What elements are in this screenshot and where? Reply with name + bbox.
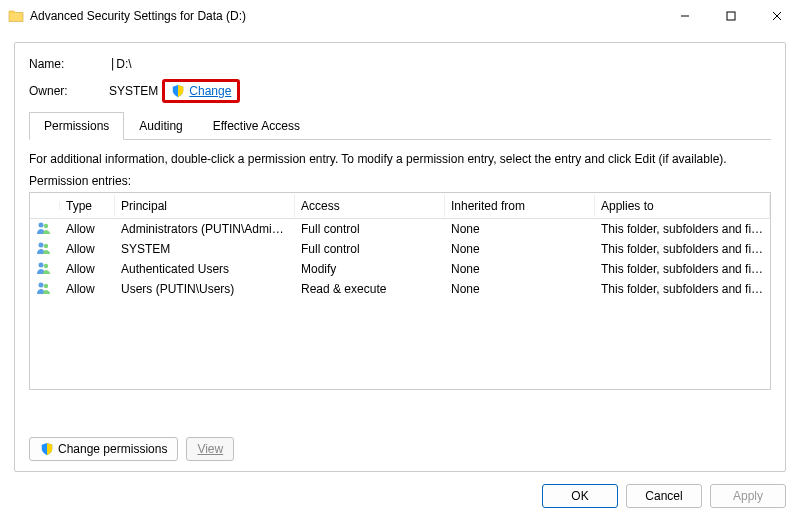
- svg-point-9: [44, 263, 48, 267]
- change-permissions-label: Change permissions: [58, 442, 167, 456]
- permissions-grid: Type Principal Access Inherited from App…: [29, 192, 771, 390]
- tab-strip: Permissions Auditing Effective Access: [29, 111, 771, 140]
- table-row[interactable]: AllowAuthenticated UsersModifyNoneThis f…: [30, 259, 770, 279]
- users-icon: [30, 219, 60, 240]
- cell-access: Full control: [295, 220, 445, 238]
- users-icon: [30, 239, 60, 260]
- close-button[interactable]: [754, 0, 800, 32]
- ok-button[interactable]: OK: [542, 484, 618, 508]
- cell-applies: This folder, subfolders and files: [595, 280, 770, 298]
- users-icon: [30, 279, 60, 300]
- window-title: Advanced Security Settings for Data (D:): [30, 9, 662, 23]
- cell-access: Modify: [295, 260, 445, 278]
- grid-header: Type Principal Access Inherited from App…: [30, 193, 770, 219]
- cell-principal: Authenticated Users: [115, 260, 295, 278]
- svg-point-8: [39, 262, 44, 267]
- name-label: Name:: [29, 57, 109, 71]
- svg-point-6: [39, 242, 44, 247]
- cell-inherited: None: [445, 240, 595, 258]
- cell-applies: This folder, subfolders and files: [595, 220, 770, 238]
- svg-point-11: [44, 283, 48, 287]
- folder-icon: [8, 8, 24, 24]
- tab-permissions[interactable]: Permissions: [29, 112, 124, 140]
- owner-value: SYSTEM: [109, 84, 158, 98]
- cell-applies: This folder, subfolders and files: [595, 260, 770, 278]
- svg-point-7: [44, 243, 48, 247]
- name-value: |D:\: [109, 57, 132, 71]
- cell-type: Allow: [60, 220, 115, 238]
- cell-inherited: None: [445, 280, 595, 298]
- apply-button: Apply: [710, 484, 786, 508]
- change-permissions-button[interactable]: Change permissions: [29, 437, 178, 461]
- table-row[interactable]: AllowUsers (PUTIN\Users)Read & executeNo…: [30, 279, 770, 299]
- cell-applies: This folder, subfolders and files: [595, 240, 770, 258]
- change-owner-link[interactable]: Change: [189, 84, 231, 98]
- minimize-button[interactable]: [662, 0, 708, 32]
- shield-icon: [40, 442, 54, 456]
- col-access[interactable]: Access: [295, 195, 445, 217]
- cell-type: Allow: [60, 280, 115, 298]
- svg-point-10: [39, 282, 44, 287]
- change-owner-highlight: Change: [162, 79, 240, 103]
- owner-label: Owner:: [29, 84, 109, 98]
- cell-principal: Users (PUTIN\Users): [115, 280, 295, 298]
- col-inherited[interactable]: Inherited from: [445, 195, 595, 217]
- svg-point-5: [44, 223, 48, 227]
- entries-label: Permission entries:: [29, 174, 771, 188]
- cancel-button[interactable]: Cancel: [626, 484, 702, 508]
- cell-access: Full control: [295, 240, 445, 258]
- col-applies[interactable]: Applies to: [595, 195, 770, 217]
- cell-type: Allow: [60, 240, 115, 258]
- table-row[interactable]: AllowAdministrators (PUTIN\Adminis...Ful…: [30, 219, 770, 239]
- users-icon: [30, 259, 60, 280]
- cell-principal: SYSTEM: [115, 240, 295, 258]
- table-row[interactable]: AllowSYSTEMFull controlNoneThis folder, …: [30, 239, 770, 259]
- titlebar: Advanced Security Settings for Data (D:): [0, 0, 800, 32]
- tab-effective-access[interactable]: Effective Access: [198, 112, 315, 140]
- svg-rect-1: [727, 12, 735, 20]
- view-button: View: [186, 437, 234, 461]
- cell-access: Read & execute: [295, 280, 445, 298]
- maximize-button[interactable]: [708, 0, 754, 32]
- main-panel: Name: |D:\ Owner: SYSTEM Change Permissi…: [14, 42, 786, 472]
- svg-point-4: [39, 222, 44, 227]
- col-principal[interactable]: Principal: [115, 195, 295, 217]
- dialog-footer: OK Cancel Apply: [542, 484, 786, 508]
- window-controls: [662, 0, 800, 32]
- col-type[interactable]: Type: [60, 195, 115, 217]
- cell-type: Allow: [60, 260, 115, 278]
- tab-auditing[interactable]: Auditing: [124, 112, 197, 140]
- shield-icon: [171, 84, 185, 98]
- cell-principal: Administrators (PUTIN\Adminis...: [115, 220, 295, 238]
- cell-inherited: None: [445, 260, 595, 278]
- info-text: For additional information, double-click…: [29, 152, 771, 166]
- cell-inherited: None: [445, 220, 595, 238]
